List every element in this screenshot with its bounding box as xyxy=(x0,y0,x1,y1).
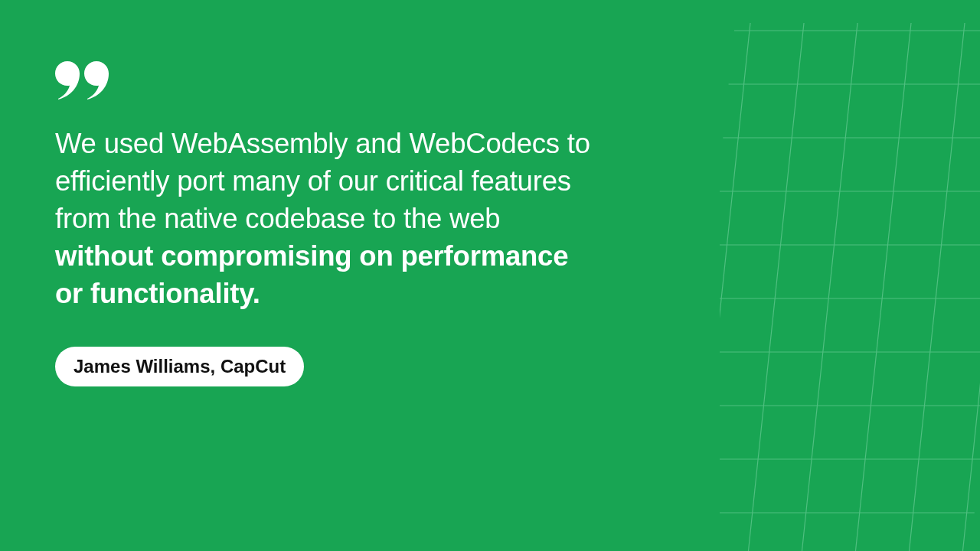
svg-line-4 xyxy=(907,23,966,551)
svg-line-0 xyxy=(720,23,752,551)
quote-card: We used WebAssembly and WebCodecs to eff… xyxy=(55,61,591,386)
svg-line-1 xyxy=(746,23,805,551)
quote-part-regular: We used WebAssembly and WebCodecs to eff… xyxy=(55,128,590,234)
svg-line-5 xyxy=(961,23,980,551)
decorative-grid xyxy=(720,23,980,551)
open-quote-icon xyxy=(55,61,591,99)
quote-text: We used WebAssembly and WebCodecs to eff… xyxy=(55,126,591,313)
svg-line-2 xyxy=(800,23,859,551)
svg-line-3 xyxy=(854,23,913,551)
attribution-pill: James Williams, CapCut xyxy=(55,347,304,386)
quote-part-bold: without compromising on performance or f… xyxy=(55,240,568,309)
